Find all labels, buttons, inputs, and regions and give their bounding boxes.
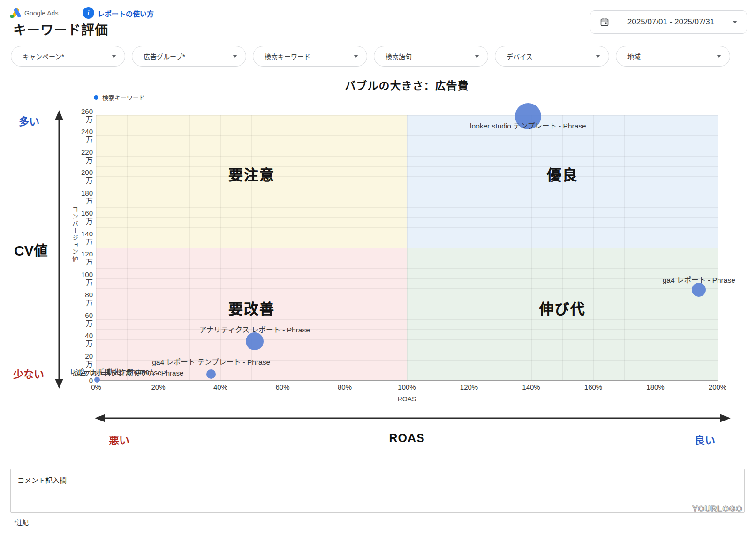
filter-region[interactable]: 地域 — [616, 46, 730, 67]
gridline-horizontal — [96, 187, 718, 187]
bubble-label: ga4 レポート テンプレート - Phrase — [152, 356, 270, 367]
bubble-label: アナリティクス レポート - Phrase — [199, 324, 310, 334]
google-ads-logo-icon — [9, 8, 22, 19]
date-range-picker[interactable]: 2025/07/01 - 2025/07/31 — [590, 10, 747, 34]
filter-label: 広告グループ* — [144, 52, 233, 61]
gridline-horizontal — [96, 217, 718, 218]
filter-device[interactable]: デバイス — [495, 46, 609, 67]
filter-search-term[interactable]: 検索語句 — [374, 46, 488, 67]
y-tick-label: 220 万 — [81, 148, 96, 164]
y-tick-label: 120 万 — [81, 250, 96, 266]
vertical-axis-arrow — [52, 109, 66, 390]
gridline-horizontal — [96, 135, 718, 136]
bubble-label-overlapped: ルッカースタジオ 使い方 - Phrase — [76, 368, 183, 377]
gridline-horizontal — [96, 319, 718, 320]
filter-campaign[interactable]: キャンペーン* — [11, 46, 125, 67]
gridline-horizontal — [96, 126, 718, 126]
gridline-horizontal — [96, 329, 718, 330]
y-tick-label: 200 万 — [81, 168, 96, 184]
brand-text: Google Ads — [24, 9, 58, 17]
quadrant-label-bottom-right: 伸び代 — [539, 297, 585, 318]
chevron-down-icon — [354, 55, 358, 58]
x-tick-label: 160% — [584, 380, 602, 391]
bubble-アナリティクス-レポート---phrase[interactable] — [246, 332, 264, 350]
y-axis-name-annotation: CV値 — [14, 239, 48, 260]
page-title: キーワード評価 — [13, 20, 108, 38]
gridline-horizontal — [96, 146, 718, 146]
y-tick-label: 240 万 — [81, 128, 96, 143]
bubble-ga4-レポート-テンプレート---phrase[interactable] — [206, 369, 216, 379]
calendar-icon — [600, 17, 609, 27]
gridline-horizontal — [96, 309, 718, 309]
horizontal-axis-arrow — [94, 412, 732, 425]
y-tick-label: 20万 — [85, 352, 96, 368]
watermark-logo: YOURLOGO — [692, 504, 742, 514]
quadrant-label-top-left: 要注意 — [228, 163, 275, 184]
gridline-horizontal — [96, 278, 718, 279]
date-range-value: 2025/07/01 - 2025/07/31 — [614, 17, 728, 27]
filter-ad-group[interactable]: 広告グループ* — [132, 46, 246, 67]
gridline-horizontal — [96, 248, 718, 248]
bubble-ga4-レポート---phrase[interactable] — [692, 283, 706, 297]
legend-item-search-keyword[interactable]: 検索キーワード — [94, 93, 145, 102]
help-link[interactable]: レポートの使い方 — [98, 8, 154, 18]
quadrant-label-bottom-left: 要改善 — [228, 297, 275, 318]
chevron-down-icon — [717, 55, 721, 58]
bubble-origin[interactable] — [94, 377, 100, 383]
y-tick-label: 100 万 — [81, 271, 96, 286]
x-high-annotation: 良い — [695, 432, 715, 447]
footnote: *注記 — [14, 518, 29, 526]
gridline-horizontal — [96, 176, 718, 177]
chevron-down-icon — [233, 55, 237, 58]
x-tick-label: 20% — [151, 380, 165, 391]
bubble-label: ga4 レポート - Phrase — [663, 274, 735, 285]
legend-dot-icon — [94, 95, 98, 100]
info-icon[interactable]: i — [83, 7, 94, 19]
x-tick-label: 140% — [522, 380, 540, 391]
gridline-horizontal — [96, 299, 718, 299]
gridline-horizontal — [96, 268, 718, 269]
gridline-horizontal — [96, 115, 718, 116]
x-axis-title: ROAS — [96, 395, 718, 403]
y-high-annotation: 多い — [19, 113, 39, 128]
filter-label: 検索語句 — [386, 52, 475, 61]
gridline-horizontal — [96, 339, 718, 340]
quadrant-label-top-right: 優良 — [547, 163, 578, 184]
dashboard-page: Google Ads i レポートの使い方 キーワード評価 2025/07/01… — [0, 0, 756, 534]
chart-title: バブルの大きさ：広告費 — [96, 77, 718, 93]
gridline-horizontal — [96, 197, 718, 197]
gridline-horizontal — [96, 288, 718, 289]
gridline-horizontal — [96, 238, 718, 238]
y-tick-label: 160 万 — [81, 209, 96, 225]
chevron-down-icon — [112, 55, 116, 58]
chevron-down-icon — [733, 21, 737, 23]
bubble-label: looker studio テンプレート - Phrase — [470, 120, 586, 130]
y-tick-label: 60万 — [85, 311, 96, 327]
gridline-horizontal — [96, 227, 718, 228]
chevron-down-icon — [596, 55, 600, 58]
filter-search-keyword[interactable]: 検索キーワード — [253, 46, 367, 67]
filter-label: 地域 — [627, 52, 717, 61]
x-axis-name-annotation: ROAS — [96, 431, 718, 445]
gridline-horizontal — [96, 370, 718, 370]
x-tick-label: 200% — [709, 380, 726, 391]
x-tick-label: 180% — [646, 380, 664, 391]
y-axis-title: コンバージョン値 — [70, 206, 79, 263]
gridline-horizontal — [96, 166, 718, 167]
filter-label: 検索キーワード — [265, 52, 354, 61]
y-tick-label: 140 万 — [81, 230, 96, 246]
filter-label: デバイス — [507, 52, 596, 61]
y-tick-label: 180 万 — [81, 189, 96, 205]
legend-label: 検索キーワード — [102, 93, 145, 102]
gridline-horizontal — [96, 207, 718, 208]
gridline-horizontal — [96, 258, 718, 258]
gridline-horizontal — [96, 350, 718, 350]
x-tick-label: 40% — [213, 380, 227, 391]
x-tick-label: 120% — [460, 380, 478, 391]
chevron-down-icon — [475, 55, 479, 58]
y-tick-label: 80万 — [85, 291, 96, 307]
comment-input[interactable]: コメント記入欄 — [10, 469, 745, 513]
gridline-vertical — [718, 115, 718, 380]
bubble-chart-plot-area: 要注意優良要改善伸び代020万40万60万80万100 万120 万140 万1… — [96, 115, 718, 380]
gridline-horizontal — [96, 156, 718, 157]
